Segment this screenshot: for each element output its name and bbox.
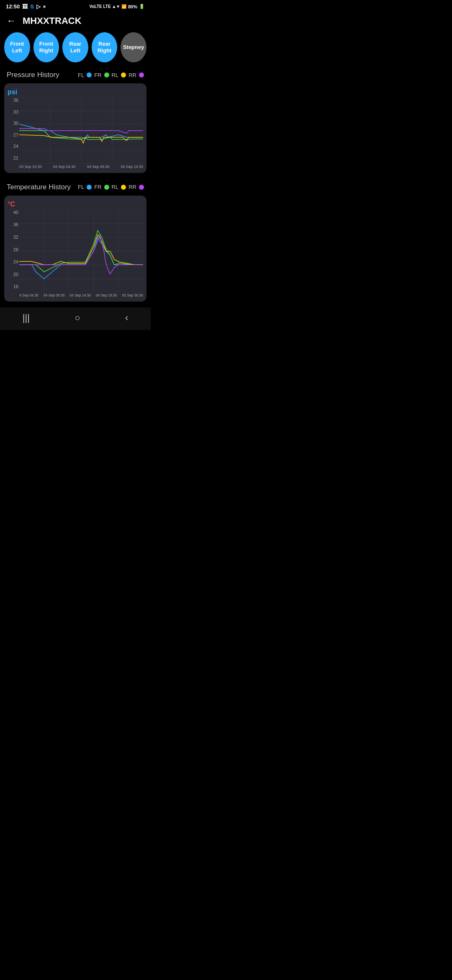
temp-legend-fr-dot (104, 185, 109, 190)
temperature-chart-container: °C 40 36 32 28 24 20 16 (4, 196, 146, 302)
tire-button-rl[interactable]: RearLeft (62, 32, 88, 62)
temperature-y-label: °C (8, 201, 143, 208)
status-right: VoLTE LTE ▲▼ 📶 80% 🔋 (90, 4, 145, 9)
dot-icon (43, 5, 46, 8)
tire-button-stepney[interactable]: Stepney (121, 32, 146, 62)
temp-legend-fr-label: FR (94, 184, 101, 190)
legend-rr-label: RR (128, 72, 136, 78)
tire-button-fl[interactable]: FrontLeft (4, 32, 30, 62)
nav-back-icon[interactable]: ‹ (125, 312, 128, 323)
temperature-history-title: Temperature History (7, 183, 71, 191)
pressure-history-header: Pressure History FL FR RL RR (0, 67, 151, 82)
pressure-x-axis: 03 Sep 23:30 04 Sep 04:30 04 Sep 09:30 0… (19, 165, 143, 169)
pressure-svg (19, 98, 143, 164)
pressure-y-axis: 36 33 30 27 24 21 (8, 98, 19, 160)
s-icon: S (30, 3, 34, 10)
legend-rr-dot (139, 72, 144, 77)
temperature-chart-area: 40 36 32 28 24 20 16 (8, 210, 143, 297)
battery-label: 80% (128, 4, 137, 9)
header: ← MHXXTRACK (0, 11, 151, 32)
status-time: 12:50 (6, 3, 20, 10)
status-bar: 12:50 🖼 S ▷ VoLTE LTE ▲▼ 📶 80% 🔋 (0, 0, 151, 11)
pressure-history-title: Pressure History (7, 71, 59, 79)
play-icon: ▷ (36, 3, 41, 10)
signal-icons: VoLTE LTE ▲▼ 📶 (90, 4, 126, 9)
temperature-x-axis: 4 Sep 04:30 04 Sep 09:30 04 Sep 14:30 04… (19, 293, 143, 297)
temp-legend-fl-dot (87, 185, 92, 190)
pressure-legend: FL FR RL RR (78, 72, 144, 78)
temp-legend-fl-label: FL (78, 184, 84, 190)
temperature-legend: FL FR RL RR (78, 184, 144, 190)
temp-legend-rl-label: RL (112, 184, 119, 190)
tire-button-group: FrontLeft FrontRight RearLeft RearRight … (0, 32, 151, 67)
status-left: 12:50 🖼 S ▷ (6, 3, 46, 10)
temperature-y-axis: 40 36 32 28 24 20 16 (8, 210, 19, 289)
bottom-navigation: ||| ○ ‹ (0, 307, 151, 330)
temp-legend-rl-dot (121, 185, 126, 190)
pressure-chart-area: 36 33 30 27 24 21 (8, 98, 143, 169)
tire-button-rr[interactable]: RearRight (92, 32, 118, 62)
tire-button-fr[interactable]: FrontRight (33, 32, 59, 62)
back-button[interactable]: ← (7, 15, 16, 26)
legend-fr-label: FR (94, 72, 101, 78)
legend-rl-dot (121, 72, 126, 77)
battery-icon: 🔋 (139, 4, 145, 9)
temperature-history-header: Temperature History FL FR RL RR (0, 179, 151, 194)
legend-fr-dot (104, 72, 109, 77)
legend-fl-label: FL (78, 72, 84, 78)
nav-home-icon[interactable]: ○ (74, 312, 80, 323)
temp-legend-rr-label: RR (128, 184, 136, 190)
pressure-chart-container: psi 36 33 30 27 24 21 (4, 83, 146, 173)
legend-rl-label: RL (112, 72, 119, 78)
page-title: MHXXTRACK (23, 15, 82, 26)
temp-legend-rr-dot (139, 185, 144, 190)
legend-fl-dot (87, 72, 92, 77)
pressure-y-label: psi (8, 88, 143, 96)
nav-recents-icon[interactable]: ||| (23, 312, 30, 323)
temperature-svg (19, 210, 143, 292)
photo-icon: 🖼 (22, 3, 28, 10)
